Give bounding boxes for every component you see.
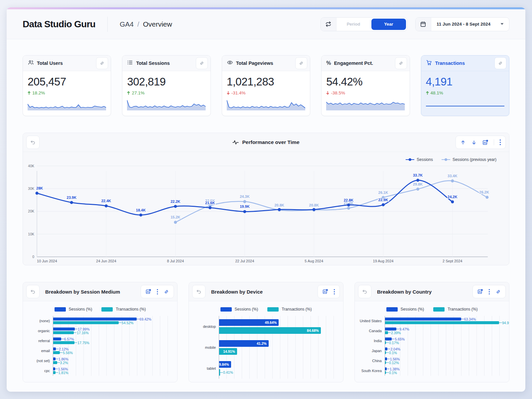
data-point[interactable]: [347, 207, 350, 210]
legend-transactions-pct[interactable]: Transactions (%): [433, 307, 477, 312]
kpi-card-total-sessions[interactable]: Total Sessions 302,819 27.1%: [122, 55, 210, 116]
calendar-icon: [416, 18, 431, 31]
undo-button[interactable]: [358, 285, 371, 298]
bar-transactions[interactable]: [385, 331, 388, 334]
bar-transactions[interactable]: [53, 331, 74, 334]
kebab-menu-icon[interactable]: [499, 139, 501, 145]
undo-button[interactable]: [26, 285, 40, 298]
bar-sessions[interactable]: [385, 318, 461, 321]
bar-transactions[interactable]: [385, 351, 386, 354]
bar-transactions[interactable]: [53, 351, 60, 354]
bar-sessions[interactable]: 9.84%: [219, 361, 231, 368]
data-point[interactable]: [485, 196, 488, 199]
bar-sessions[interactable]: [385, 328, 396, 331]
data-point[interactable]: [382, 203, 385, 206]
data-point[interactable]: [313, 208, 316, 211]
link-icon[interactable]: [196, 57, 208, 69]
link-icon[interactable]: [395, 57, 407, 69]
kpi-card-transactions[interactable]: Transactions 4,191 48.1%: [421, 55, 509, 116]
legend-transactions-pct[interactable]: Transactions (%): [101, 307, 146, 312]
data-point[interactable]: [208, 206, 211, 209]
bar-transactions[interactable]: [385, 361, 386, 364]
y-axis-tick-label: 20K: [28, 209, 34, 213]
legend-sessions-previous-year[interactable]: Sessions (previous year): [442, 157, 496, 162]
data-point[interactable]: [416, 188, 419, 191]
bar-sessions[interactable]: [385, 357, 387, 360]
bar-sessions[interactable]: [385, 367, 387, 370]
breadcrumb-section[interactable]: GA4: [120, 20, 134, 28]
bar-transactions[interactable]: [219, 369, 220, 376]
kebab-menu-icon[interactable]: [333, 289, 335, 295]
legend-sessions-pct[interactable]: Sessions (%): [220, 307, 258, 312]
bar-transactions[interactable]: [53, 321, 119, 324]
link-icon[interactable]: [494, 57, 506, 69]
bar-sessions[interactable]: [385, 337, 392, 340]
data-point[interactable]: [451, 200, 454, 203]
data-point[interactable]: [174, 221, 177, 224]
data-point[interactable]: [174, 205, 177, 208]
bar-transactions[interactable]: [385, 371, 386, 374]
data-point[interactable]: [105, 204, 108, 207]
year-toggle-button[interactable]: Year: [371, 19, 406, 30]
undo-button[interactable]: [26, 136, 40, 149]
legend-sessions-pct[interactable]: Sessions (%): [55, 307, 92, 312]
bar-transactions[interactable]: 84.68%: [219, 327, 321, 334]
data-point[interactable]: [451, 180, 454, 183]
link-icon[interactable]: [295, 57, 307, 69]
bar-transactions[interactable]: [53, 361, 57, 364]
period-toggle-button[interactable]: Period: [336, 18, 370, 31]
kpi-card-engagement-pct[interactable]: % Engagement Pct. 54.42% -38.5%: [321, 55, 410, 116]
chart-settings-icon[interactable]: [145, 289, 151, 295]
data-point[interactable]: [416, 179, 419, 182]
country-bar-chart[interactable]: United StatesCanadaIndiaJapanChinaSouth …: [355, 315, 509, 379]
chart-settings-icon[interactable]: [477, 289, 483, 295]
session-medium-bar-chart[interactable]: (none)organicreferralemail(not set)cpc 6…: [23, 315, 177, 379]
kpi-label: Engagement Pct.: [334, 61, 392, 66]
bar-value-label: 1.81%: [56, 371, 68, 375]
data-point[interactable]: [36, 192, 39, 195]
bar-sessions[interactable]: [53, 357, 56, 360]
bar-transactions[interactable]: [385, 341, 386, 344]
undo-button[interactable]: [192, 285, 205, 298]
bar-sessions[interactable]: [53, 367, 55, 370]
bar-sessions[interactable]: 49.64%: [219, 319, 279, 326]
bar-transactions[interactable]: [53, 371, 56, 374]
data-point[interactable]: [70, 201, 73, 204]
chart-settings-icon[interactable]: [322, 289, 328, 295]
kebab-menu-icon[interactable]: [488, 289, 490, 295]
device-bar-chart[interactable]: desktopmobiletablet 49.64%84.68%41.2%14.…: [189, 315, 343, 382]
move-up-icon[interactable]: [460, 140, 466, 145]
bar-transactions[interactable]: [385, 321, 499, 324]
legend-transactions-pct[interactable]: Transactions (%): [267, 307, 312, 312]
bar-transactions[interactable]: 14.91%: [219, 348, 237, 355]
data-point[interactable]: [243, 210, 246, 213]
data-point[interactable]: [243, 200, 246, 203]
performance-line-chart[interactable]: 010K20K30K40K10 Jun 202424 Jun 20248 Jul…: [23, 163, 509, 265]
bar-sessions[interactable]: [385, 347, 387, 350]
bar-transactions[interactable]: [53, 341, 74, 344]
data-point[interactable]: [347, 203, 350, 206]
link-icon[interactable]: [164, 289, 169, 295]
link-icon[interactable]: [96, 57, 108, 69]
kpi-card-total-pageviews[interactable]: Total Pageviews 1,021,283 -31.4%: [222, 55, 310, 116]
kpi-card-total-users[interactable]: Total Users 205,457 18.2%: [23, 55, 111, 116]
bar-sessions[interactable]: 41.2%: [219, 340, 269, 347]
legend-sessions[interactable]: Sessions: [406, 157, 433, 162]
date-range-value[interactable]: 11 Jun 2024 - 8 Sept 2024: [431, 18, 509, 31]
kebab-menu-icon[interactable]: [157, 289, 158, 295]
chevron-down-icon: [500, 23, 504, 25]
bar-sessions[interactable]: [53, 347, 56, 350]
line-series-previous[interactable]: [176, 181, 487, 222]
date-range-picker[interactable]: 11 Jun 2024 - 8 Sept 2024: [415, 17, 509, 31]
move-down-icon[interactable]: [471, 140, 477, 145]
breakdown-session-medium-card: Breakdown by Session Medium: [23, 282, 178, 382]
data-point[interactable]: [139, 213, 142, 216]
chart-settings-icon[interactable]: [482, 139, 488, 146]
bar-sessions[interactable]: [53, 337, 61, 340]
bar-sessions[interactable]: [53, 318, 137, 321]
link-icon[interactable]: [495, 289, 501, 295]
bar-sessions[interactable]: [53, 328, 75, 331]
data-point[interactable]: [278, 208, 281, 211]
bar-value-label: 63.34%: [461, 317, 476, 321]
legend-sessions-pct[interactable]: Sessions (%): [386, 307, 424, 312]
